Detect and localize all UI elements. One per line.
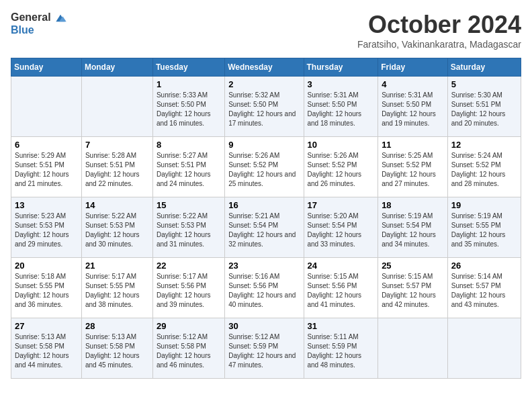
calendar-cell: 11 Sunrise: 5:25 AM Sunset: 5:52 PM Dayl… <box>378 137 448 197</box>
day-info: Sunrise: 5:23 AM Sunset: 5:53 PM Dayligh… <box>15 212 78 249</box>
daylight-label: Daylight: 12 hours and 35 minutes. <box>451 231 506 248</box>
daylight-label: Daylight: 12 hours and 31 minutes. <box>157 231 211 248</box>
sunrise-label: Sunrise: 5:26 AM <box>308 152 359 159</box>
daylight-label: Daylight: 12 hours and 21 minutes. <box>15 171 69 187</box>
calendar-cell: 28 Sunrise: 5:13 AM Sunset: 5:58 PM Dayl… <box>81 318 152 379</box>
daylight-label: Daylight: 12 hours and 38 minutes. <box>85 291 140 308</box>
daylight-label: Daylight: 12 hours and 16 minutes. <box>157 110 211 127</box>
daylight-label: Daylight: 12 hours and 48 minutes. <box>308 352 362 369</box>
sunset-label: Sunset: 5:53 PM <box>85 222 135 229</box>
sunrise-label: Sunrise: 5:20 AM <box>308 212 359 220</box>
sunset-label: Sunset: 5:51 PM <box>85 161 135 169</box>
day-number: 29 <box>157 321 221 331</box>
day-info: Sunrise: 5:28 AM Sunset: 5:51 PM Dayligh… <box>85 151 149 189</box>
weekday-header-wednesday: Wednesday <box>225 58 304 77</box>
calendar-cell: 16 Sunrise: 5:21 AM Sunset: 5:54 PM Dayl… <box>225 197 304 258</box>
logo-general: General <box>11 11 51 23</box>
calendar-cell <box>11 77 82 137</box>
calendar-cell: 17 Sunrise: 5:20 AM Sunset: 5:54 PM Dayl… <box>304 197 378 258</box>
day-number: 12 <box>451 140 517 150</box>
calendar-cell: 6 Sunrise: 5:29 AM Sunset: 5:51 PM Dayli… <box>11 137 82 197</box>
day-number: 2 <box>228 79 300 89</box>
calendar-cell: 22 Sunrise: 5:17 AM Sunset: 5:56 PM Dayl… <box>152 258 224 318</box>
calendar-cell: 7 Sunrise: 5:28 AM Sunset: 5:51 PM Dayli… <box>81 137 152 197</box>
day-number: 5 <box>451 79 517 89</box>
day-info: Sunrise: 5:16 AM Sunset: 5:56 PM Dayligh… <box>228 272 300 310</box>
calendar-cell: 14 Sunrise: 5:22 AM Sunset: 5:53 PM Dayl… <box>81 197 152 258</box>
day-number: 1 <box>157 79 221 89</box>
day-info: Sunrise: 5:26 AM Sunset: 5:52 PM Dayligh… <box>308 151 375 189</box>
calendar-cell: 20 Sunrise: 5:18 AM Sunset: 5:55 PM Dayl… <box>11 258 82 318</box>
day-info: Sunrise: 5:22 AM Sunset: 5:53 PM Dayligh… <box>157 212 221 249</box>
calendar-cell: 9 Sunrise: 5:26 AM Sunset: 5:52 PM Dayli… <box>225 137 304 197</box>
sunrise-label: Sunrise: 5:13 AM <box>85 333 136 340</box>
day-info: Sunrise: 5:33 AM Sunset: 5:50 PM Dayligh… <box>157 91 221 128</box>
sunrise-label: Sunrise: 5:22 AM <box>85 212 136 220</box>
calendar-cell: 24 Sunrise: 5:15 AM Sunset: 5:56 PM Dayl… <box>304 258 378 318</box>
sunset-label: Sunset: 5:53 PM <box>157 222 206 229</box>
daylight-label: Daylight: 12 hours and 42 minutes. <box>382 291 436 308</box>
sunset-label: Sunset: 5:57 PM <box>451 282 501 289</box>
sunset-label: Sunset: 5:50 PM <box>228 101 278 108</box>
day-number: 10 <box>308 140 375 150</box>
calendar-cell: 12 Sunrise: 5:24 AM Sunset: 5:52 PM Dayl… <box>447 137 521 197</box>
day-number: 8 <box>157 140 221 150</box>
weekday-header-saturday: Saturday <box>447 58 521 77</box>
day-number: 16 <box>228 200 300 210</box>
sunset-label: Sunset: 5:51 PM <box>157 161 206 169</box>
daylight-label: Daylight: 12 hours and 34 minutes. <box>382 231 436 248</box>
calendar-cell: 8 Sunrise: 5:27 AM Sunset: 5:51 PM Dayli… <box>152 137 224 197</box>
logo-text: General Blue <box>11 11 67 36</box>
sunset-label: Sunset: 5:50 PM <box>382 101 431 108</box>
weekday-header-tuesday: Tuesday <box>152 58 224 77</box>
calendar-cell <box>81 77 152 137</box>
day-info: Sunrise: 5:14 AM Sunset: 5:57 PM Dayligh… <box>451 272 517 310</box>
location-subtitle: Faratsiho, Vakinankaratra, Madagascar <box>357 39 521 50</box>
sunrise-label: Sunrise: 5:14 AM <box>451 273 502 280</box>
day-number: 24 <box>308 261 375 271</box>
calendar-cell: 26 Sunrise: 5:14 AM Sunset: 5:57 PM Dayl… <box>447 258 521 318</box>
sunrise-label: Sunrise: 5:12 AM <box>157 333 208 340</box>
calendar-cell: 15 Sunrise: 5:22 AM Sunset: 5:53 PM Dayl… <box>152 197 224 258</box>
month-title: October 2024 <box>357 11 521 39</box>
day-info: Sunrise: 5:13 AM Sunset: 5:58 PM Dayligh… <box>15 332 78 370</box>
calendar-cell: 31 Sunrise: 5:11 AM Sunset: 5:59 PM Dayl… <box>304 318 378 379</box>
day-info: Sunrise: 5:19 AM Sunset: 5:54 PM Dayligh… <box>382 212 444 249</box>
sunset-label: Sunset: 5:52 PM <box>308 161 357 169</box>
sunrise-label: Sunrise: 5:17 AM <box>157 273 208 280</box>
sunrise-label: Sunrise: 5:32 AM <box>228 91 279 99</box>
daylight-label: Daylight: 12 hours and 32 minutes. <box>228 231 296 248</box>
sunset-label: Sunset: 5:57 PM <box>382 282 431 289</box>
sunset-label: Sunset: 5:56 PM <box>308 282 357 289</box>
weekday-header-sunday: Sunday <box>11 58 82 77</box>
calendar-cell: 19 Sunrise: 5:19 AM Sunset: 5:55 PM Dayl… <box>447 197 521 258</box>
sunset-label: Sunset: 5:53 PM <box>15 222 64 229</box>
daylight-label: Daylight: 12 hours and 40 minutes. <box>228 291 296 308</box>
daylight-label: Daylight: 12 hours and 19 minutes. <box>382 110 436 127</box>
sunrise-label: Sunrise: 5:29 AM <box>15 152 66 159</box>
day-info: Sunrise: 5:12 AM Sunset: 5:59 PM Dayligh… <box>228 332 300 370</box>
day-number: 26 <box>451 261 517 271</box>
sunrise-label: Sunrise: 5:17 AM <box>85 273 136 280</box>
daylight-label: Daylight: 12 hours and 41 minutes. <box>308 291 362 308</box>
day-info: Sunrise: 5:15 AM Sunset: 5:56 PM Dayligh… <box>308 272 375 310</box>
day-number: 20 <box>15 261 78 271</box>
sunset-label: Sunset: 5:51 PM <box>451 101 501 108</box>
day-number: 19 <box>451 200 517 210</box>
calendar-cell: 3 Sunrise: 5:31 AM Sunset: 5:50 PM Dayli… <box>304 77 378 137</box>
day-info: Sunrise: 5:21 AM Sunset: 5:54 PM Dayligh… <box>228 212 300 249</box>
week-row-5: 27 Sunrise: 5:13 AM Sunset: 5:58 PM Dayl… <box>11 318 521 379</box>
sunrise-label: Sunrise: 5:23 AM <box>15 212 66 220</box>
weekday-header-thursday: Thursday <box>304 58 378 77</box>
sunrise-label: Sunrise: 5:22 AM <box>157 212 208 220</box>
calendar-cell: 1 Sunrise: 5:33 AM Sunset: 5:50 PM Dayli… <box>152 77 224 137</box>
sunrise-label: Sunrise: 5:16 AM <box>228 273 279 280</box>
day-number: 3 <box>308 79 375 89</box>
calendar-cell: 2 Sunrise: 5:32 AM Sunset: 5:50 PM Dayli… <box>225 77 304 137</box>
sunset-label: Sunset: 5:54 PM <box>308 222 357 229</box>
daylight-label: Daylight: 12 hours and 45 minutes. <box>85 352 140 369</box>
daylight-label: Daylight: 12 hours and 47 minutes. <box>228 352 296 369</box>
day-number: 11 <box>382 140 444 150</box>
calendar-cell: 25 Sunrise: 5:15 AM Sunset: 5:57 PM Dayl… <box>378 258 448 318</box>
day-number: 23 <box>228 261 300 271</box>
